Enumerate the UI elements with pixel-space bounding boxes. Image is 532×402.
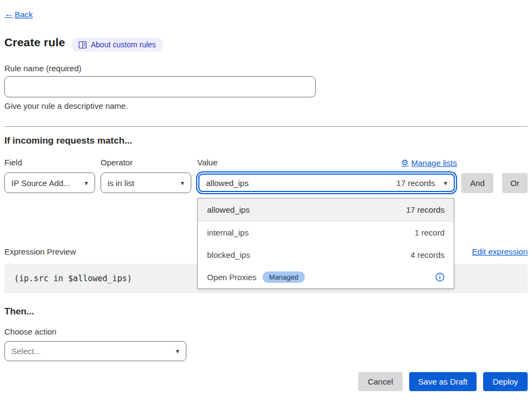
list-option-name: blocked_ips <box>207 250 250 259</box>
manage-lists-label: Manage lists <box>411 158 457 168</box>
or-button[interactable]: Or <box>502 173 528 193</box>
create-rule-page: ←Back Create rule About custom rules Rul… <box>0 0 532 402</box>
operator-select-value: is in list <box>108 178 134 188</box>
action-select-placeholder: Select... <box>11 347 41 356</box>
list-option-open-proxies[interactable]: Open Proxies Managed <box>198 266 454 288</box>
expression-code: (ip.src in $allowed_ips) <box>14 274 132 283</box>
field-select[interactable]: IP Source Add... ▾ <box>4 172 95 193</box>
page-title: Create rule <box>4 36 65 49</box>
back-label: Back <box>15 10 33 19</box>
book-icon <box>78 41 87 49</box>
list-option-meta: 1 record <box>415 228 445 237</box>
choose-action-label: Choose action <box>4 327 57 336</box>
list-dropdown-panel: allowed_ips 17 records internal_ips 1 re… <box>197 198 454 289</box>
list-option-name: Open Proxies <box>207 273 256 282</box>
about-custom-rules-link[interactable]: About custom rules <box>71 38 163 52</box>
deploy-button[interactable]: Deploy <box>483 372 528 391</box>
value-select-value: allowed_ips <box>206 178 248 188</box>
match-section-heading: If incoming requests match... <box>4 135 132 146</box>
list-option-name: internal_ips <box>207 228 249 237</box>
value-select[interactable]: allowed_ips 17 records ▾ <box>198 174 455 192</box>
list-option-meta: 17 records <box>406 205 445 214</box>
rule-name-input[interactable] <box>4 76 316 97</box>
left-arrow-icon: ← <box>4 9 14 20</box>
manage-lists-link[interactable]: ⚙ Manage lists <box>401 158 457 168</box>
list-option-name: allowed_ips <box>207 205 249 214</box>
action-select[interactable]: Select... ▾ <box>4 341 186 361</box>
cancel-button[interactable]: Cancel <box>358 372 403 391</box>
list-option-internal-ips[interactable]: internal_ips 1 record <box>198 221 454 244</box>
operator-label: Operator <box>101 158 133 167</box>
about-badge-label: About custom rules <box>91 40 156 49</box>
field-select-value: IP Source Add... <box>11 178 70 188</box>
expression-preview-label: Expression Preview <box>4 247 76 256</box>
chevron-down-icon: ▾ <box>84 180 88 187</box>
list-option-meta: 4 records <box>410 250 445 259</box>
save-as-draft-button[interactable]: Save as Draft <box>409 372 477 391</box>
field-label: Field <box>4 158 22 167</box>
info-icon[interactable] <box>435 273 445 282</box>
section-divider <box>4 126 528 127</box>
then-section-heading: Then... <box>4 306 34 317</box>
value-label: Value <box>197 158 217 167</box>
managed-badge: Managed <box>262 271 305 283</box>
list-option-blocked-ips[interactable]: blocked_ips 4 records <box>198 244 454 266</box>
gear-icon: ⚙ <box>401 158 408 168</box>
value-select-meta: 17 records <box>397 178 435 188</box>
rule-name-label: Rule name (required) <box>4 64 82 73</box>
and-button[interactable]: And <box>461 173 493 193</box>
chevron-down-icon: ▾ <box>176 348 179 355</box>
operator-select[interactable]: is in list ▾ <box>101 172 191 193</box>
back-link[interactable]: ←Back <box>4 9 33 20</box>
chevron-down-icon: ▾ <box>443 180 447 187</box>
list-option-allowed-ips[interactable]: allowed_ips 17 records <box>198 199 454 221</box>
chevron-down-icon: ▾ <box>180 180 184 187</box>
rule-name-helper-text: Give your rule a descriptive name. <box>4 101 128 110</box>
edit-expression-link[interactable]: Edit expression <box>472 247 528 256</box>
